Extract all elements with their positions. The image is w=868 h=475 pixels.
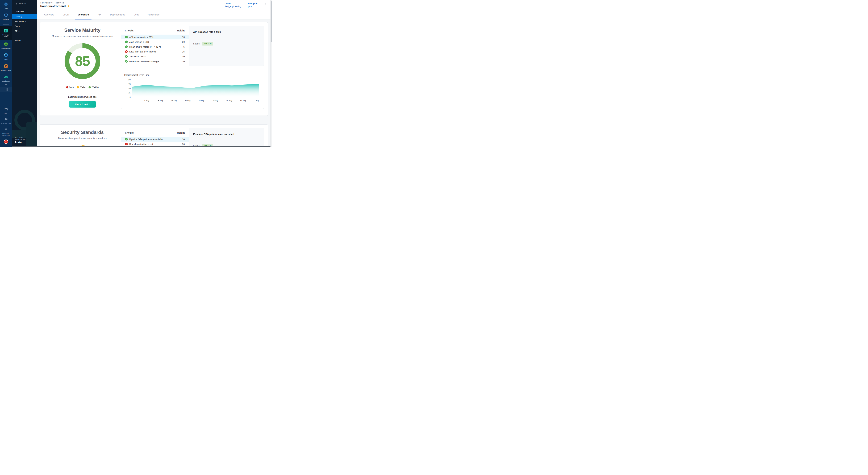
scrollbar[interactable] bbox=[271, 0, 272, 147]
sidebar-module-feature-flags[interactable]: Feature Flags bbox=[0, 62, 12, 73]
check-passed-icon bbox=[125, 46, 128, 48]
sidebar-item-overview[interactable]: Overview bbox=[12, 9, 37, 14]
kebab-menu-icon[interactable] bbox=[265, 3, 267, 7]
tab-ci-cd[interactable]: CI/CD bbox=[60, 10, 72, 20]
collapse-handle[interactable] bbox=[3, 24, 9, 25]
rerun-checks-button[interactable]: Rerun Checks bbox=[69, 101, 96, 108]
area-chart-svg bbox=[132, 80, 259, 97]
sidebar-item-account-settings[interactable]: ACCOUNT SETTINGS bbox=[0, 126, 12, 138]
check-detail-title: API success rate > 99% bbox=[193, 31, 259, 33]
check-passed-icon bbox=[125, 138, 128, 141]
checks-row[interactable]: More than 70% test coverage20 bbox=[121, 59, 189, 64]
checks-row[interactable]: Mean time to merge PR < 48 hr5 bbox=[121, 44, 189, 49]
checks-row[interactable]: API success rate > 99%10 bbox=[121, 35, 189, 39]
x-tick-label: 30 Aug bbox=[226, 99, 232, 101]
user-avatar[interactable]: HM bbox=[4, 140, 8, 144]
module-label: Developer Portal bbox=[0, 34, 12, 38]
module-selector-button[interactable] bbox=[0, 87, 12, 92]
checks-row[interactable]: Pipeline OPA policies are satisfied10 bbox=[121, 137, 189, 142]
sidebar-nav: Search OverviewCatalogSelf serviceDocsAP… bbox=[12, 0, 37, 147]
sidebar-item-help[interactable]: ?HELP bbox=[0, 106, 12, 116]
module-label: Cloud Costs bbox=[2, 80, 10, 82]
search-input[interactable]: Search bbox=[12, 0, 37, 6]
checks-column-header: Checks bbox=[125, 131, 134, 134]
y-tick-label: 75 bbox=[125, 83, 130, 85]
check-weight: 10 bbox=[182, 138, 185, 141]
item-label: HELP bbox=[4, 112, 8, 114]
lifecycle-label: Lifecycle bbox=[248, 2, 257, 5]
tab-scorecard[interactable]: Scorecard bbox=[74, 10, 92, 20]
tab-overview[interactable]: Overview bbox=[41, 10, 57, 20]
sidebar-module-home[interactable]: Home bbox=[0, 0, 12, 11]
score-donut: 85 bbox=[65, 43, 100, 79]
scorecard-subtitle: Measures development best practices agai… bbox=[52, 35, 113, 37]
check-label: API success rate > 99% bbox=[129, 36, 181, 38]
grid-icon bbox=[5, 88, 7, 91]
legend-dot bbox=[77, 86, 79, 88]
tab-dependencies[interactable]: Dependencies bbox=[107, 10, 128, 20]
scorecard-title: Security Standards bbox=[61, 130, 104, 135]
legend-label: 75-100 bbox=[92, 86, 98, 89]
sidebar-item-apis[interactable]: APIs bbox=[12, 29, 37, 34]
check-passed-icon bbox=[125, 36, 128, 38]
check-weight: 20 bbox=[182, 60, 185, 63]
check-label: TechDocs exists bbox=[129, 55, 181, 58]
window-bottom-bar bbox=[12, 146, 272, 147]
checks-row[interactable]: TechDocs exists30 bbox=[121, 54, 189, 59]
sidebar-module-builds[interactable]: Builds bbox=[0, 51, 12, 62]
sidebar-module-deployments[interactable]: ∞Deployments bbox=[0, 40, 12, 51]
check-failed-icon bbox=[125, 143, 128, 145]
check-weight: 30 bbox=[182, 143, 185, 145]
legend-dot bbox=[66, 86, 68, 88]
svg-text:∞: ∞ bbox=[5, 43, 7, 46]
tab-api[interactable]: API bbox=[95, 10, 105, 20]
sidebar-module-developer-portal[interactable]: Developer Portal bbox=[0, 26, 12, 40]
check-label: Branch protection is set bbox=[129, 143, 181, 145]
owner-link[interactable]: field_engineering bbox=[225, 5, 241, 8]
svg-text:?: ? bbox=[5, 108, 6, 109]
check-failed-icon bbox=[125, 50, 128, 53]
x-tick-label: 25 Aug bbox=[157, 99, 163, 101]
x-tick-label: 26 Aug bbox=[171, 99, 177, 101]
cloud-costs-icon: $ bbox=[4, 75, 8, 80]
feature-flags-icon bbox=[4, 64, 8, 68]
score-legend: 0-4950-7475-100 bbox=[66, 86, 99, 89]
check-label: More than 70% test coverage bbox=[129, 60, 181, 63]
search-icon bbox=[15, 2, 17, 5]
nav-footer-title: Portal bbox=[15, 141, 35, 144]
checks-row[interactable]: Less than 1% error in prod15 bbox=[121, 49, 189, 54]
module-label: Feature Flags bbox=[1, 69, 11, 71]
tab-docs[interactable]: Docs bbox=[130, 10, 142, 20]
chevron-down-icon[interactable] bbox=[0, 84, 12, 87]
check-weight: 10 bbox=[182, 36, 185, 38]
sidebar-module-projects[interactable]: Projects bbox=[0, 11, 12, 22]
scrollbar-thumb[interactable] bbox=[271, 1, 272, 42]
check-detail-panel: API success rate > 99% Status: PASSED bbox=[189, 26, 264, 66]
check-detail-title: Pipeline OPA policies are satisfied bbox=[193, 133, 259, 136]
check-weight: 20 bbox=[182, 41, 185, 43]
main-area: COMPONENT — SERVICE boutique-frontend ★ … bbox=[37, 0, 272, 147]
rail-modules: Developer Portal∞DeploymentsBuildsFeatur… bbox=[0, 26, 12, 84]
sidebar-item-catalog[interactable]: Catalog bbox=[12, 14, 37, 19]
sidebar-item-docs[interactable]: Docs bbox=[12, 24, 37, 29]
scorecard-subtitle: Measures best practices of security oper… bbox=[58, 137, 106, 140]
checks-row[interactable]: Java version is LTS20 bbox=[121, 39, 189, 44]
check-passed-icon bbox=[125, 40, 128, 43]
sidebar-item-self-service[interactable]: Self service bbox=[12, 19, 37, 24]
sidebar-module-cloud-costs[interactable]: $Cloud Costs bbox=[0, 73, 12, 84]
lifecycle-value[interactable]: prod bbox=[248, 5, 257, 8]
checks-column-header: Checks bbox=[125, 29, 134, 32]
page-header: COMPONENT — SERVICE boutique-frontend ★ … bbox=[37, 0, 272, 10]
module-label: Home bbox=[4, 7, 8, 9]
check-passed-icon bbox=[125, 55, 128, 58]
nav-footer: INTERNAL DEVELOPER Portal bbox=[12, 136, 37, 147]
harness-logo-icon bbox=[4, 2, 8, 6]
sidebar-item-dashboards[interactable]: DASHBOARDS bbox=[0, 116, 12, 126]
favorite-star-icon[interactable]: ★ bbox=[67, 5, 70, 8]
x-tick-label: 29 Aug bbox=[213, 99, 218, 101]
scorecard-security-standards: Security Standards Measures best practic… bbox=[40, 124, 268, 147]
sidebar-item-admin[interactable]: Admin bbox=[12, 38, 37, 43]
nav-footer-eyebrow: INTERNAL DEVELOPER bbox=[15, 136, 35, 140]
tab-kubernetes[interactable]: Kubernetes bbox=[145, 10, 163, 20]
item-label: DASHBOARDS bbox=[1, 122, 11, 124]
